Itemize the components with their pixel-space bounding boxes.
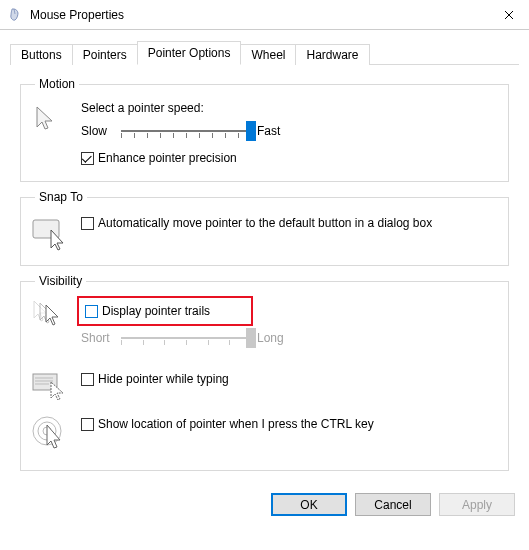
- snap-to-icon: [31, 216, 71, 255]
- pointer-speed-label: Select a pointer speed:: [81, 101, 498, 115]
- group-visibility-legend: Visibility: [35, 274, 86, 288]
- window-title: Mouse Properties: [30, 8, 489, 22]
- pointer-speed-slider[interactable]: [121, 121, 251, 141]
- group-snap-to: Snap To Automatically move pointer to th…: [20, 190, 509, 266]
- short-label: Short: [81, 331, 121, 345]
- pointer-trails-label: Display pointer trails: [102, 304, 210, 318]
- cancel-button[interactable]: Cancel: [355, 493, 431, 516]
- tab-panel: Motion Select a pointer speed: Slow: [10, 65, 519, 485]
- ok-button[interactable]: OK: [271, 493, 347, 516]
- hide-pointer-label: Hide pointer while typing: [98, 372, 229, 386]
- tab-buttons[interactable]: Buttons: [10, 44, 73, 65]
- close-button[interactable]: [489, 0, 529, 30]
- group-snap-to-legend: Snap To: [35, 190, 87, 204]
- snap-to-label: Automatically move pointer to the defaul…: [98, 216, 432, 232]
- titlebar: Mouse Properties: [0, 0, 529, 30]
- snap-to-checkbox[interactable]: [81, 217, 94, 230]
- pointer-trails-checkbox[interactable]: [85, 305, 98, 318]
- ctrl-locate-icon: [31, 415, 69, 456]
- hide-pointer-checkbox[interactable]: [81, 373, 94, 386]
- group-motion-legend: Motion: [35, 77, 79, 91]
- cursor-icon: [31, 103, 63, 138]
- long-label: Long: [251, 331, 301, 345]
- tab-pointers[interactable]: Pointers: [72, 44, 138, 65]
- tab-hardware[interactable]: Hardware: [295, 44, 369, 65]
- tabstrip: Buttons Pointers Pointer Options Wheel H…: [10, 40, 519, 65]
- tab-pointer-options[interactable]: Pointer Options: [137, 41, 242, 65]
- ctrl-locate-checkbox[interactable]: [81, 418, 94, 431]
- apply-button: Apply: [439, 493, 515, 516]
- mouse-sysicon: [8, 7, 24, 23]
- slow-label: Slow: [81, 124, 121, 138]
- hide-pointer-icon: [31, 370, 71, 403]
- group-motion: Motion Select a pointer speed: Slow: [20, 77, 509, 182]
- enhance-precision-checkbox[interactable]: [81, 152, 94, 165]
- fast-label: Fast: [251, 124, 301, 138]
- group-visibility: Visibility Display pointer trails: [20, 274, 509, 471]
- dialog-buttons: OK Cancel Apply: [0, 485, 529, 526]
- pointer-trails-slider: [121, 328, 251, 348]
- tab-wheel[interactable]: Wheel: [240, 44, 296, 65]
- pointer-trails-icon: [31, 298, 71, 335]
- ctrl-locate-label: Show location of pointer when I press th…: [98, 417, 374, 431]
- enhance-precision-label: Enhance pointer precision: [98, 151, 237, 165]
